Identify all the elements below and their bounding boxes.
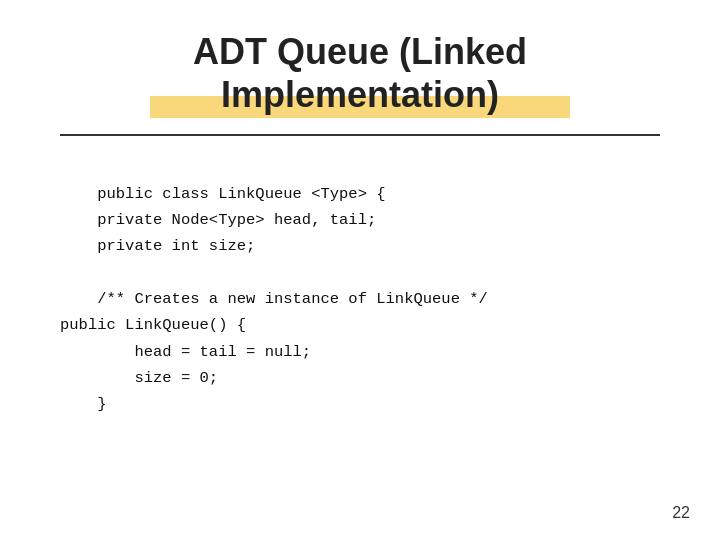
title-area: ADT Queue (Linked Implementation)	[60, 30, 660, 116]
code-block: public class LinkQueue <Type> { private …	[60, 154, 660, 444]
title-divider	[60, 134, 660, 136]
code-line-8: size = 0;	[60, 369, 218, 387]
code-line-3: private int size;	[60, 237, 255, 255]
code-line-5: /** Creates a new instance of LinkQueue …	[60, 290, 488, 308]
page-number: 22	[672, 504, 690, 522]
code-line-2: private Node<Type> head, tail;	[60, 211, 376, 229]
code-line-1: public class LinkQueue <Type> {	[97, 185, 385, 203]
slide-title: ADT Queue (Linked Implementation)	[193, 30, 527, 116]
title-line1: ADT Queue (Linked	[193, 31, 527, 72]
title-line2: Implementation)	[221, 74, 499, 115]
code-line-9: }	[60, 395, 107, 413]
slide-container: ADT Queue (Linked Implementation) public…	[0, 0, 720, 540]
code-line-7: head = tail = null;	[60, 343, 311, 361]
code-line-6: public LinkQueue() {	[60, 316, 246, 334]
